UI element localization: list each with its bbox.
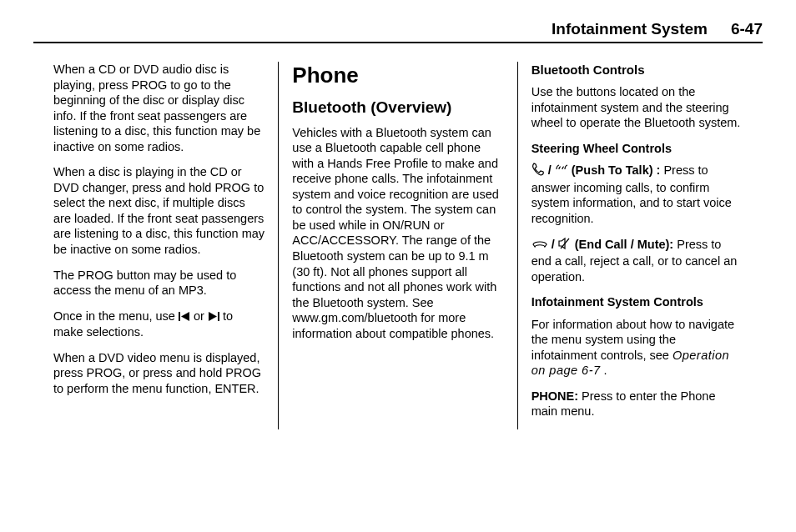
content-columns: When a CD or DVD audio disc is playing, … — [33, 62, 763, 429]
end-call-icon — [532, 238, 548, 253]
slash: / — [552, 238, 558, 251]
page-header: Infotainment System 6-47 — [33, 20, 763, 43]
text: Once in the menu, use — [53, 309, 179, 323]
next-track-icon — [208, 309, 219, 325]
manual-page: Infotainment System 6-47 When a CD or DV… — [0, 0, 796, 454]
slash: / — [548, 163, 555, 177]
text: or — [194, 309, 208, 323]
page-number: 6-47 — [731, 20, 763, 38]
column-3: Bluetooth Controls Use the buttons locat… — [518, 62, 763, 429]
paragraph: The PROG button may be used to access th… — [53, 268, 264, 299]
paragraph: Once in the menu, use or to make selecti… — [53, 309, 264, 340]
push-to-talk-label: (Push To Talk) : — [572, 163, 664, 177]
section-title: Infotainment System — [552, 20, 708, 38]
column-1: When a CD or DVD audio disc is playing, … — [33, 62, 279, 429]
phone-key-label: PHONE: — [532, 389, 582, 403]
column-2: Phone Bluetooth (Overview) Vehicles with… — [279, 62, 517, 429]
heading-infotainment-system-controls: Infotainment System Controls — [532, 294, 743, 310]
svg-rect-0 — [179, 312, 180, 321]
heading-bluetooth-overview: Bluetooth (Overview) — [292, 98, 503, 118]
heading-phone: Phone — [292, 62, 503, 89]
voice-waves-icon — [555, 163, 568, 180]
paragraph: When a CD or DVD audio disc is playing, … — [53, 62, 264, 154]
heading-steering-wheel-controls: Steering Wheel Controls — [532, 141, 743, 157]
svg-rect-3 — [218, 312, 219, 321]
paragraph: Use the buttons located on the infotainm… — [532, 84, 743, 131]
paragraph: PHONE: Press to enter the Phone main men… — [532, 389, 743, 419]
end-call-mute-label: (End Call / Mute): — [575, 238, 677, 251]
paragraph: Vehicles with a Bluetooth system can use… — [292, 125, 503, 342]
phone-handset-icon — [532, 163, 545, 180]
svg-marker-1 — [181, 312, 189, 321]
text: . — [604, 364, 607, 377]
prev-track-icon — [179, 309, 190, 325]
mute-speaker-icon — [558, 237, 572, 254]
paragraph: When a DVD video menu is displayed, pres… — [53, 350, 264, 397]
paragraph: For information about how to navigate th… — [532, 317, 743, 379]
svg-marker-2 — [209, 312, 217, 321]
paragraph: When a disc is playing in the CD or DVD … — [53, 164, 264, 257]
paragraph: / (Push To Talk) : Press to answer incom… — [532, 163, 743, 226]
heading-bluetooth-controls: Bluetooth Controls — [532, 62, 743, 78]
paragraph: / (End Call / Mute): Press to end a call… — [532, 237, 743, 285]
